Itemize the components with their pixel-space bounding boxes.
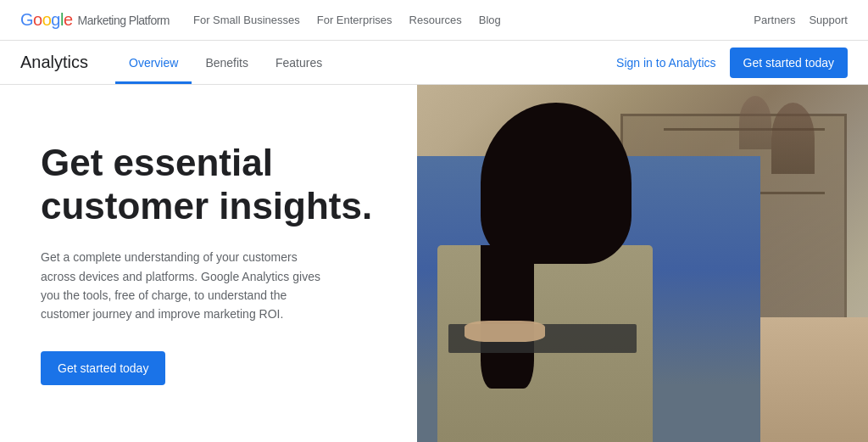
person-hair-top (481, 103, 632, 263)
nav-resources[interactable]: Resources (409, 14, 462, 26)
sub-nav-tabs: Overview Benefits Features (115, 41, 616, 84)
person-hands (465, 321, 545, 342)
logo-e: e (64, 10, 73, 30)
tab-benefits[interactable]: Benefits (192, 41, 262, 84)
top-nav-right: Partners Support (754, 14, 848, 26)
nav-partners[interactable]: Partners (754, 14, 795, 26)
nav-enterprises[interactable]: For Enterprises (317, 14, 392, 26)
top-nav-links: For Small Businesses For Enterprises Res… (193, 14, 754, 26)
tab-overview[interactable]: Overview (115, 41, 192, 84)
plant2 (739, 96, 771, 149)
hero-title: Get essential customer insights. (41, 142, 376, 227)
hero-description: Get a complete understanding of your cus… (41, 248, 329, 324)
logo-g: G (20, 10, 33, 30)
person-hair-long (481, 245, 534, 388)
platform-text: Marketing Platform (78, 14, 170, 27)
nav-support[interactable]: Support (809, 14, 848, 26)
get-started-button-top[interactable]: Get started today (730, 48, 848, 78)
plant1 (771, 103, 815, 174)
hero-section: Get essential customer insights. Get a c… (0, 85, 868, 442)
google-logo: Google Marketing Platform (20, 10, 170, 30)
tab-features[interactable]: Features (262, 41, 336, 84)
get-started-button-hero[interactable]: Get started today (41, 351, 165, 385)
sign-in-link[interactable]: Sign in to Analytics (616, 56, 716, 70)
logo-o2: o (42, 10, 52, 30)
logo-area: Google Marketing Platform (20, 10, 170, 30)
nav-blog[interactable]: Blog (479, 14, 501, 26)
logo-o1: o (33, 10, 42, 30)
nav-small-businesses[interactable]: For Small Businesses (193, 14, 300, 26)
sub-nav-right: Sign in to Analytics Get started today (616, 48, 848, 78)
analytics-brand: Analytics (20, 53, 88, 72)
top-nav: Google Marketing Platform For Small Busi… (0, 0, 868, 41)
logo-g2: g (51, 10, 60, 30)
sub-nav: Analytics Overview Benefits Features Sig… (0, 41, 868, 85)
hero-content: Get essential customer insights. Get a c… (0, 85, 417, 442)
